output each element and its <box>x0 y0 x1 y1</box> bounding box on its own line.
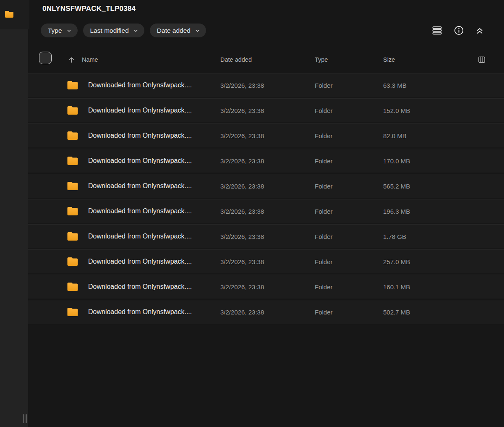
file-size: 152.0 MB <box>383 99 410 122</box>
file-date-added: 3/2/2026, 23:38 <box>220 199 264 223</box>
file-size: 257.0 MB <box>383 250 410 273</box>
file-name: Downloaded from Onlynsfwpack.... <box>88 225 192 248</box>
sort-ascending-icon[interactable] <box>68 47 76 72</box>
file-type: Folder <box>315 124 333 147</box>
column-header-size[interactable]: Size <box>383 47 395 72</box>
table-row[interactable]: Downloaded from Onlynsfwpack.... 3/2/202… <box>28 275 504 299</box>
folder-icon <box>66 124 79 147</box>
file-name: Downloaded from Onlynsfwpack.... <box>88 300 192 324</box>
folder-icon <box>66 73 79 97</box>
file-name: Downloaded from Onlynsfwpack.... <box>88 124 192 147</box>
toolbar-actions <box>431 25 484 36</box>
file-name: Downloaded from Onlynsfwpack.... <box>88 73 192 97</box>
sidebar <box>0 0 28 427</box>
file-size: 160.1 MB <box>383 275 410 299</box>
chevron-down-icon <box>133 28 138 34</box>
file-type: Folder <box>315 174 333 198</box>
file-type: Folder <box>315 300 333 324</box>
info-icon[interactable] <box>454 25 464 36</box>
folder-icon <box>66 275 79 299</box>
folder-icon <box>4 9 14 19</box>
table-header: Name Date added Type Size <box>28 47 504 72</box>
folder-icon <box>66 174 79 198</box>
filter-chip-label: Type <box>48 27 62 34</box>
collapse-up-icon[interactable] <box>475 26 484 35</box>
file-name: Downloaded from Onlynsfwpack.... <box>88 199 192 223</box>
file-name: Downloaded from Onlynsfwpack.... <box>88 99 192 122</box>
column-header-type[interactable]: Type <box>315 47 328 72</box>
file-name: Downloaded from Onlynsfwpack.... <box>88 275 192 299</box>
table-row[interactable]: Downloaded from Onlynsfwpack.... 3/2/202… <box>28 225 504 248</box>
table-row[interactable]: Downloaded from Onlynsfwpack.... 3/2/202… <box>28 250 504 273</box>
file-name: Downloaded from Onlynsfwpack.... <box>88 250 192 273</box>
file-name: Downloaded from Onlynsfwpack.... <box>88 149 192 173</box>
file-type: Folder <box>315 225 333 248</box>
folder-icon <box>66 199 79 223</box>
file-size: 502.7 MB <box>383 300 410 324</box>
column-header-date-added[interactable]: Date added <box>220 47 252 72</box>
main-panel: 0NLYNSFWPACK_TLP0384 Type Last modified … <box>28 0 504 427</box>
table-row[interactable]: Downloaded from Onlynsfwpack.... 3/2/202… <box>28 149 504 173</box>
list-view-icon[interactable] <box>431 25 443 36</box>
filter-chip-label: Last modified <box>90 27 129 34</box>
file-date-added: 3/2/2026, 23:38 <box>220 174 264 198</box>
file-date-added: 3/2/2026, 23:38 <box>220 225 264 248</box>
filter-chip-date-added[interactable]: Date added <box>150 24 206 37</box>
file-size: 63.3 MB <box>383 73 407 97</box>
filter-bar: Type Last modified Date added <box>41 24 206 37</box>
file-date-added: 3/2/2026, 23:38 <box>220 99 264 122</box>
file-type: Folder <box>315 275 333 299</box>
folder-icon <box>66 250 79 273</box>
file-type: Folder <box>315 99 333 122</box>
chevron-down-icon <box>66 28 72 34</box>
chevron-down-icon <box>195 28 200 34</box>
file-size: 565.2 MB <box>383 174 410 198</box>
file-date-added: 3/2/2026, 23:38 <box>220 149 264 173</box>
folder-icon <box>66 225 79 248</box>
file-date-added: 3/2/2026, 23:38 <box>220 275 264 299</box>
sidebar-resize-handle[interactable] <box>23 414 27 423</box>
file-name: Downloaded from Onlynsfwpack.... <box>88 174 192 198</box>
folder-icon <box>66 99 79 122</box>
column-header-name[interactable]: Name <box>82 47 98 72</box>
file-date-added: 3/2/2026, 23:38 <box>220 300 264 324</box>
table-row[interactable]: Downloaded from Onlynsfwpack.... 3/2/202… <box>28 73 504 97</box>
folder-icon <box>66 300 79 324</box>
file-size: 196.3 MB <box>383 199 410 223</box>
file-type: Folder <box>315 73 333 97</box>
select-all-checkbox[interactable] <box>39 52 52 64</box>
file-date-added: 3/2/2026, 23:38 <box>220 124 264 147</box>
app-logo[interactable] <box>0 0 29 29</box>
file-date-added: 3/2/2026, 23:38 <box>220 250 264 273</box>
table-row[interactable]: Downloaded from Onlynsfwpack.... 3/2/202… <box>28 199 504 223</box>
file-size: 82.0 MB <box>383 124 407 147</box>
file-type: Folder <box>315 199 333 223</box>
file-type: Folder <box>315 250 333 273</box>
file-size: 1.78 GB <box>383 225 406 248</box>
table-row[interactable]: Downloaded from Onlynsfwpack.... 3/2/202… <box>28 99 504 122</box>
page-title: 0NLYNSFWPACK_TLP0384 <box>42 5 136 13</box>
filter-chip-last-modified[interactable]: Last modified <box>83 24 144 37</box>
file-type: Folder <box>315 149 333 173</box>
file-size: 170.0 MB <box>383 149 410 173</box>
table-row[interactable]: Downloaded from Onlynsfwpack.... 3/2/202… <box>28 124 504 147</box>
table-row[interactable]: Downloaded from Onlynsfwpack.... 3/2/202… <box>28 300 504 324</box>
file-list: Downloaded from Onlynsfwpack.... 3/2/202… <box>28 73 504 325</box>
table-row[interactable]: Downloaded from Onlynsfwpack.... 3/2/202… <box>28 174 504 198</box>
folder-icon <box>66 149 79 173</box>
filter-chip-label: Date added <box>157 27 191 34</box>
columns-settings-icon[interactable] <box>478 47 486 72</box>
file-date-added: 3/2/2026, 23:38 <box>220 73 264 97</box>
filter-chip-type[interactable]: Type <box>41 24 78 37</box>
